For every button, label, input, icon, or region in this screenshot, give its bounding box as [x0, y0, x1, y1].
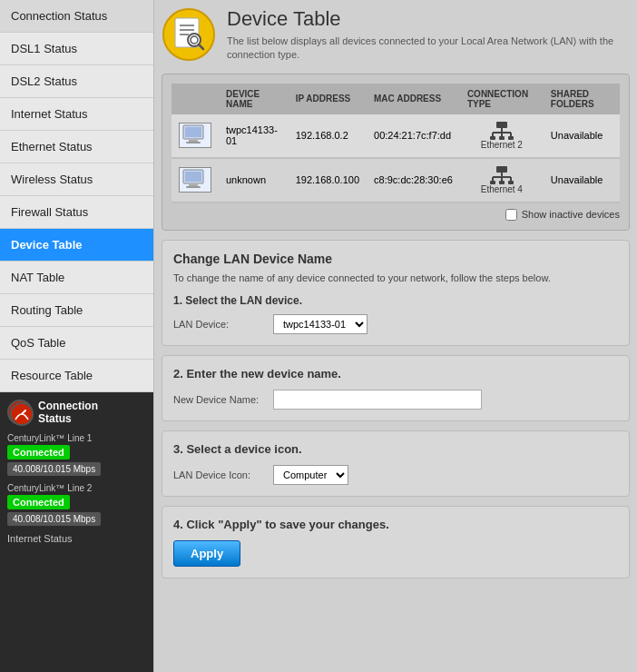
connection-status-header: ConnectionStatus	[7, 400, 146, 426]
sidebar-item-label: DSL1 Status	[11, 42, 77, 55]
svg-rect-26	[186, 186, 201, 188]
svg-rect-13	[186, 142, 201, 143]
lan-device-select[interactable]: twpc14133-01unknown	[273, 314, 368, 334]
page-header: Device Table The list below displays all…	[162, 7, 630, 63]
svg-rect-27	[496, 166, 507, 173]
sidebar-item-label: Wireless Status	[11, 173, 93, 186]
svg-rect-12	[189, 140, 198, 142]
line2-speed: 40.008/10.015 Mbps	[7, 512, 101, 526]
col-mac: MAC ADDRESS	[367, 84, 460, 114]
col-device-name: DEVICE NAME	[219, 84, 289, 114]
page-title-block: Device Table The list below displays all…	[227, 7, 630, 63]
sidebar-item-label: QoS Table	[11, 336, 65, 350]
line1-status: Connected	[7, 445, 70, 460]
change-lan-title: Change LAN Device Name	[173, 252, 618, 266]
device-computer-icon	[179, 167, 211, 193]
step1-label: 1. Select the LAN device.	[173, 294, 618, 307]
sidebar-item-label: Internet Status	[11, 107, 88, 121]
device-mac-cell: 00:24:21:7c:f7:dd	[367, 114, 460, 158]
sidebar-item-dsl2-status[interactable]: DSL2 Status	[0, 65, 153, 98]
device-shared-cell: Unavailable	[544, 158, 620, 203]
svg-rect-14	[496, 122, 507, 128]
line2-status: Connected	[7, 495, 70, 509]
connection-status-title: ConnectionStatus	[38, 400, 98, 426]
col-connection: CONNECTION TYPE	[460, 84, 544, 114]
sidebar-item-nat-table[interactable]: NAT Table	[0, 262, 153, 294]
svg-rect-24	[185, 172, 201, 182]
device-icon-cell	[172, 114, 219, 158]
device-table: DEVICE NAME IP ADDRESS MAC ADDRESS CONNE…	[172, 84, 620, 203]
svg-rect-25	[189, 184, 198, 186]
device-ip-cell: 192.168.0.100	[289, 158, 367, 203]
page-icon	[162, 7, 216, 62]
col-shared: SHARED FOLDERS	[544, 84, 620, 114]
page-title: Device Table	[227, 7, 630, 31]
new-device-name-label: New Device Name:	[173, 394, 264, 405]
sidebar-item-firewall-status[interactable]: Firewall Status	[0, 196, 153, 229]
sidebar-item-label: NAT Table	[11, 271, 64, 284]
sidebar-item-routing-table[interactable]: Routing Table	[0, 294, 153, 327]
sidebar-item-device-table[interactable]: Device Table	[0, 229, 153, 262]
line2-block: CenturyLink™ Line 2 Connected 40.008/10.…	[7, 483, 146, 526]
col-ip: IP ADDRESS	[289, 84, 367, 114]
device-connection-cell: Ethernet 2	[460, 114, 544, 158]
lan-icon-label: LAN Device Icon:	[173, 469, 264, 480]
sidebar-bottom-panel: ConnectionStatus CenturyLink™ Line 1 Con…	[0, 392, 153, 672]
device-name-cell: twpc14133-01	[219, 114, 289, 158]
new-device-name-row: New Device Name:	[173, 390, 618, 410]
sidebar-item-label: Ethernet Status	[11, 140, 93, 153]
sidebar-item-label: Device Table	[11, 238, 83, 252]
step3-section: 3. Select a device icon. LAN Device Icon…	[162, 430, 630, 497]
line1-speed: 40.008/10.015 Mbps	[7, 462, 101, 476]
device-table-section: DEVICE NAME IP ADDRESS MAC ADDRESS CONNE…	[162, 74, 630, 231]
sidebar-item-label: Resource Table	[11, 369, 93, 382]
sidebar-item-label: Routing Table	[11, 303, 83, 317]
lan-icon-row: LAN Device Icon: ComputerLaptopServerPri…	[173, 465, 618, 485]
svg-rect-11	[185, 127, 201, 137]
sidebar-item-ethernet-status[interactable]: Ethernet Status	[0, 131, 153, 163]
line1-block: CenturyLink™ Line 1 Connected 40.008/10.…	[7, 433, 146, 476]
sidebar-item-internet-status[interactable]: Internet Status	[0, 98, 153, 131]
line1-label: CenturyLink™ Line 1	[7, 433, 146, 443]
lan-device-row: LAN Device: twpc14133-01unknown	[173, 314, 618, 334]
show-inactive-label: Show inactive devices	[522, 209, 620, 220]
step4-section: 4. Click "Apply" to save your changes. A…	[162, 506, 630, 578]
device-ip-cell: 192.168.0.2	[289, 114, 367, 158]
main-content: Device Table The list below displays all…	[154, 0, 637, 672]
device-shared-cell: Unavailable	[544, 114, 620, 158]
step2-title: 2. Enter the new device name.	[173, 367, 618, 380]
sidebar-item-label: Firewall Status	[11, 205, 88, 219]
step4-title: 4. Click "Apply" to save your changes.	[173, 518, 618, 531]
device-mac-cell: c8:9c:dc:28:30:e6	[367, 158, 460, 203]
sidebar-item-dsl1-status[interactable]: DSL1 Status	[0, 33, 153, 65]
gauge-icon	[7, 400, 33, 425]
change-lan-desc: To change the name of any device connect…	[173, 272, 618, 285]
step2-section: 2. Enter the new device name. New Device…	[162, 355, 630, 421]
sidebar-item-qos-table[interactable]: QoS Table	[0, 327, 153, 360]
sidebar-item-label: DSL2 Status	[11, 74, 77, 88]
page-description: The list below displays all devices conn…	[227, 35, 630, 63]
internet-status-mini: Internet Status	[7, 533, 146, 544]
step3-title: 3. Select a device icon.	[173, 442, 618, 456]
show-inactive-checkbox[interactable]	[505, 209, 517, 221]
sidebar-item-resource-table[interactable]: Resource Table	[0, 360, 153, 392]
device-computer-icon	[179, 123, 211, 148]
line2-label: CenturyLink™ Line 2	[7, 483, 146, 493]
sidebar-item-label: Connection Status	[11, 9, 107, 23]
sidebar-item-connection-status[interactable]: Connection Status	[0, 0, 153, 33]
lan-device-label: LAN Device:	[173, 319, 264, 330]
device-connection-cell: Ethernet 4	[460, 158, 544, 203]
show-inactive-row: Show inactive devices	[172, 209, 620, 221]
sidebar: Connection Status DSL1 Status DSL2 Statu…	[0, 0, 154, 672]
device-icon-cell	[172, 158, 219, 203]
change-lan-section: Change LAN Device Name To change the nam…	[162, 240, 630, 346]
lan-icon-select[interactable]: ComputerLaptopServerPrinterPhoneTablet	[273, 465, 348, 485]
apply-button[interactable]: Apply	[173, 540, 240, 567]
device-name-cell: unknown	[219, 158, 289, 203]
table-row: unknown 192.168.0.100 c8:9c:dc:28:30:e6 …	[172, 158, 620, 203]
table-row: twpc14133-01 192.168.0.2 00:24:21:7c:f7:…	[172, 114, 620, 158]
sidebar-item-wireless-status[interactable]: Wireless Status	[0, 163, 153, 196]
col-icon	[172, 84, 219, 114]
new-device-name-input[interactable]	[273, 390, 482, 410]
